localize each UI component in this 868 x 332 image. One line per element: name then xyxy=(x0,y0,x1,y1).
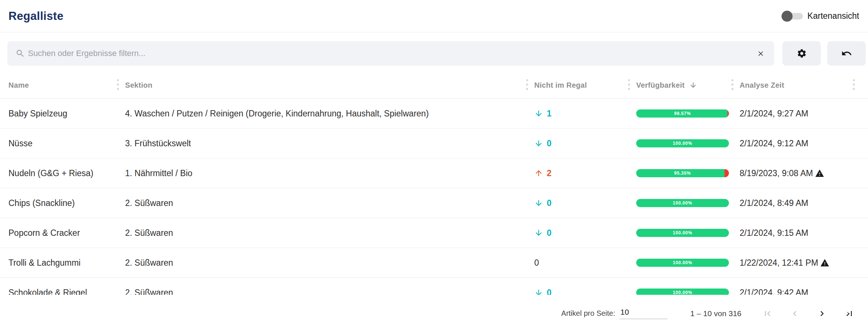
cell-sektion: 2. Süßwaren xyxy=(118,258,527,268)
table-row[interactable]: Nüsse 3. Frühstückswelt 0 100.00% 2/1/20… xyxy=(0,129,868,158)
trend-down-arrow-icon xyxy=(534,228,543,237)
availability-percent-label: 100.00% xyxy=(636,199,729,207)
cell-analyse-zeit: 1/22/2024, 12:41 PM xyxy=(732,258,854,268)
column-resize-handle[interactable] xyxy=(853,79,855,91)
analyse-zeit-value: 2/1/2024, 8:49 AM xyxy=(740,198,808,208)
search-field[interactable] xyxy=(7,41,774,66)
column-header-verfuegbarkeit[interactable]: Verfügbarkeit xyxy=(629,72,732,98)
pager-buttons xyxy=(759,305,858,322)
availability-percent-label: 100.00% xyxy=(636,139,729,147)
undo-button[interactable] xyxy=(827,41,866,66)
chevron-left-icon xyxy=(790,308,800,319)
column-resize-handle[interactable] xyxy=(731,79,733,91)
warning-icon xyxy=(815,169,824,178)
warning-icon xyxy=(820,258,829,268)
column-header-stub xyxy=(854,72,868,98)
cell-verfuegbarkeit: 100.00% xyxy=(629,289,732,295)
cell-name: Trolli & Lachgummi xyxy=(0,258,118,268)
settings-button[interactable] xyxy=(782,41,821,66)
column-resize-handle[interactable] xyxy=(526,79,528,91)
cell-nicht-im-regal: 2 xyxy=(527,168,629,178)
table-row[interactable]: Schokolade & Riegel 2. Süßwaren 0 100.00… xyxy=(0,278,868,295)
cell-verfuegbarkeit: 100.00% xyxy=(629,259,732,267)
cell-nicht-im-regal: 0 xyxy=(527,228,629,238)
table-row[interactable]: Nudeln (G&G + Riesa) 1. Nährmittel / Bio… xyxy=(0,158,868,188)
cell-name: Popcorn & Cracker xyxy=(0,228,118,238)
next-page-button[interactable] xyxy=(814,305,830,322)
page-range-label: 1 – 10 von 316 xyxy=(690,309,741,318)
cell-verfuegbarkeit: 98.57% xyxy=(629,109,732,118)
cell-name: Baby Spielzeug xyxy=(0,109,118,119)
cell-analyse-zeit: 8/19/2023, 9:08 AM xyxy=(732,168,854,178)
column-label: Name xyxy=(8,81,29,90)
cell-sektion: 2. Süßwaren xyxy=(118,288,527,295)
cell-nicht-im-regal: 0 xyxy=(527,139,629,148)
column-label: Verfügbarkeit xyxy=(636,81,685,90)
items-per-page-input[interactable] xyxy=(620,308,667,319)
trend-down-arrow-icon xyxy=(534,288,543,295)
column-label: Nicht im Regal xyxy=(534,81,587,90)
availability-percent-label: 100.00% xyxy=(636,259,729,267)
card-view-toggle[interactable] xyxy=(782,10,803,22)
page-title: Regalliste xyxy=(8,10,63,23)
chevron-right-icon xyxy=(817,308,827,319)
cell-verfuegbarkeit: 100.00% xyxy=(629,139,732,147)
column-label: Sektion xyxy=(125,81,152,90)
trend-down-arrow-icon xyxy=(534,139,543,148)
cell-sektion: 3. Frühstückswelt xyxy=(118,139,527,148)
cell-nicht-im-regal: 0 xyxy=(527,258,629,268)
analyse-zeit-value: 1/22/2024, 12:41 PM xyxy=(740,258,818,268)
availability-bar: 95.35% xyxy=(636,169,729,177)
column-resize-handle[interactable] xyxy=(117,79,119,91)
column-label: Analyse Zeit xyxy=(740,81,784,90)
cell-analyse-zeit: 2/1/2024, 9:42 AM xyxy=(732,288,854,295)
cell-analyse-zeit: 2/1/2024, 9:12 AM xyxy=(732,139,854,148)
cell-verfuegbarkeit: 100.00% xyxy=(629,199,732,207)
analyse-zeit-value: 2/1/2024, 9:42 AM xyxy=(740,288,808,295)
trend-down-arrow-icon xyxy=(534,199,543,207)
cell-sektion: 4. Waschen / Putzen / Reinigen (Drogerie… xyxy=(118,109,527,119)
analyse-zeit-value: 2/1/2024, 9:27 AM xyxy=(740,109,808,119)
nicht-im-regal-value: 2 xyxy=(547,168,552,178)
column-header-name[interactable]: Name xyxy=(0,72,118,98)
regalliste-page: Regalliste Kartenansicht Name xyxy=(0,0,868,332)
last-page-button[interactable] xyxy=(841,305,858,322)
nicht-im-regal-value: 0 xyxy=(547,228,552,238)
cell-name: Nüsse xyxy=(0,139,118,148)
table-row[interactable]: Baby Spielzeug 4. Waschen / Putzen / Rei… xyxy=(0,99,868,129)
first-page-button[interactable] xyxy=(759,305,776,322)
trend-down-arrow-icon xyxy=(534,109,543,118)
toolbar xyxy=(0,41,868,66)
table-row[interactable]: Chips (Snackline) 2. Süßwaren 0 100.00% … xyxy=(0,188,868,218)
cell-analyse-zeit: 2/1/2024, 9:15 AM xyxy=(732,228,854,238)
column-header-sektion[interactable]: Sektion xyxy=(118,72,527,98)
toggle-knob-icon xyxy=(782,11,793,22)
availability-percent-label: 98.57% xyxy=(636,109,729,118)
availability-bar: 100.00% xyxy=(636,139,729,147)
analyse-zeit-value: 2/1/2024, 9:12 AM xyxy=(740,139,808,148)
table-row[interactable]: Popcorn & Cracker 2. Süßwaren 0 100.00% … xyxy=(0,218,868,248)
page-header: Regalliste Kartenansicht xyxy=(0,0,868,32)
availability-percent-label: 95.35% xyxy=(636,169,729,177)
availability-bar: 100.00% xyxy=(636,199,729,207)
last-page-icon xyxy=(844,308,854,319)
nicht-im-regal-value: 0 xyxy=(534,258,539,268)
previous-page-button[interactable] xyxy=(786,305,803,322)
column-resize-handle[interactable] xyxy=(628,79,630,91)
table-header: Name Sektion Nicht im Regal Verfügbarkei… xyxy=(0,72,868,99)
column-header-analyse-zeit[interactable]: Analyse Zeit xyxy=(732,72,854,98)
clear-search-button[interactable] xyxy=(754,47,767,60)
search-input[interactable] xyxy=(28,49,754,58)
cell-sektion: 2. Süßwaren xyxy=(118,228,527,238)
cell-verfuegbarkeit: 100.00% xyxy=(629,229,732,237)
card-view-toggle-group: Kartenansicht xyxy=(782,10,859,22)
card-view-toggle-label: Kartenansicht xyxy=(807,11,859,21)
nicht-im-regal-value: 0 xyxy=(547,139,552,148)
first-page-icon xyxy=(762,308,773,319)
table-body: Baby Spielzeug 4. Waschen / Putzen / Rei… xyxy=(0,99,868,295)
table-row[interactable]: Trolli & Lachgummi 2. Süßwaren 0 100.00%… xyxy=(0,248,868,278)
column-header-nicht-im-regal[interactable]: Nicht im Regal xyxy=(527,72,629,98)
items-per-page-label: Artikel pro Seite: xyxy=(561,309,615,318)
sort-desc-arrow-icon xyxy=(689,81,697,89)
gear-icon xyxy=(797,48,807,59)
